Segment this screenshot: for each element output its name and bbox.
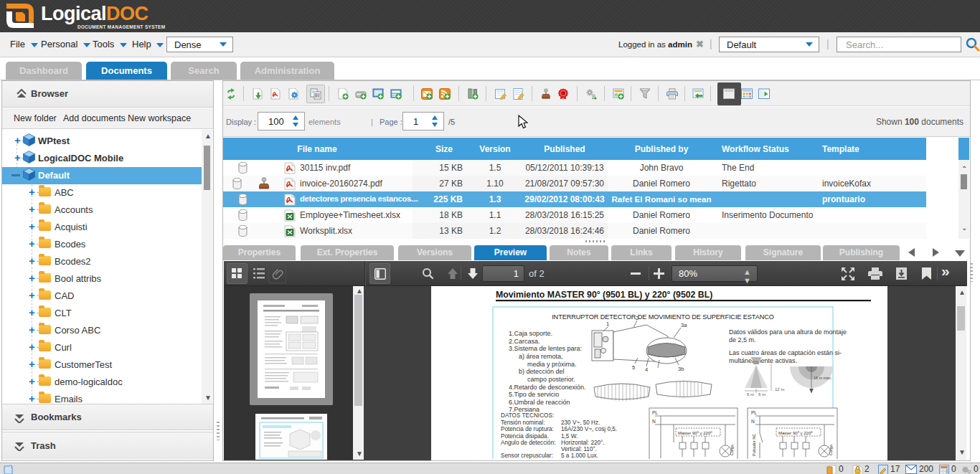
svg-text:3b: 3b: [678, 366, 684, 372]
svg-text:4.Retardo de desconexión.: 4.Retardo de desconexión.: [509, 384, 586, 391]
svg-text:Carga: Carga: [730, 444, 734, 455]
svg-text:Horizontal: 220°.: Horizontal: 220°.: [561, 440, 605, 446]
svg-text:3a: 3a: [681, 322, 687, 328]
svg-text:INTERRUPTOR DETECTOR DE MOVIMI: INTERRUPTOR DETECTOR DE MOVIMIENTO DE SU…: [552, 313, 774, 321]
svg-text:N: N: [652, 419, 656, 424]
svg-text:1: 1: [606, 321, 609, 327]
svg-text:PL: PL: [652, 410, 658, 415]
svg-text:1,5 W.: 1,5 W.: [561, 433, 578, 440]
svg-text:a) área remota,: a) área remota,: [519, 353, 563, 360]
svg-text:4: 4: [645, 366, 648, 373]
svg-text:Carga: Carga: [829, 444, 833, 455]
svg-text:DATOS TECNICOS:: DATOS TECNICOS:: [501, 412, 554, 419]
svg-text:media y próxima.: media y próxima.: [527, 361, 577, 368]
svg-text:6 m: 6 m: [747, 392, 754, 397]
svg-text:2.Carcasa.: 2.Carcasa.: [509, 338, 540, 345]
svg-text:230 V~, 50 Hz.: 230 V~, 50 Hz.: [561, 420, 600, 426]
svg-text:6 m: 6 m: [758, 392, 765, 397]
svg-text:12 m: 12 m: [775, 387, 784, 392]
svg-text:Potencia de ruptura:: Potencia de ruptura:: [501, 426, 554, 432]
svg-text:campo posterior.: campo posterior.: [527, 376, 575, 383]
svg-text:Master 90º y 220º: Master 90º y 220º: [678, 431, 712, 435]
svg-text:16A/230 V~, cosj 0,5.: 16A/230 V~, cosj 0,5.: [561, 426, 617, 432]
svg-text:3.Sistema de lentes para:: 3.Sistema de lentes para:: [509, 345, 582, 352]
svg-text:5 a 1.000 Lux.: 5 a 1.000 Lux.: [561, 452, 598, 459]
svg-text:Angulo de detección:: Angulo de detección:: [501, 440, 555, 446]
svg-text:Movimiento MASTER 90° (9501 BL: Movimiento MASTER 90° (9501 BL) y 220° (…: [496, 290, 712, 300]
svg-text:2: 2: [636, 315, 639, 321]
svg-text:Potencia disipada.: Potencia disipada.: [501, 433, 549, 440]
svg-text:N: N: [751, 419, 755, 424]
svg-text:multáneamente activas.: multáneamente activas.: [729, 357, 797, 364]
svg-text:6.Umbral de reacción: 6.Umbral de reacción: [509, 399, 570, 406]
svg-text:Master 90º y 220º: Master 90º y 220º: [778, 431, 813, 435]
svg-text:Las cuatro áreas de captación: Las cuatro áreas de captación están si-: [729, 349, 842, 356]
svg-text:5.Tipo de servicio: 5.Tipo de servicio: [509, 391, 559, 398]
svg-text:Vertical: 110°.: Vertical: 110°.: [561, 446, 597, 452]
svg-text:de 2,5 m.: de 2,5 m.: [729, 336, 756, 343]
svg-text:16 m max.: 16 m max.: [814, 376, 832, 380]
svg-text:Sensor crepuscular:: Sensor crepuscular:: [501, 452, 553, 459]
svg-text:Tensión nominal:: Tensión nominal:: [501, 420, 545, 426]
svg-text:5: 5: [632, 364, 635, 371]
svg-text:PL: PL: [751, 410, 757, 415]
svg-text:b) detección del: b) detección del: [519, 368, 565, 375]
svg-text:Pulsador NC: Pulsador NC: [752, 434, 756, 456]
svg-text:1.Caja soporte.: 1.Caja soporte.: [509, 330, 552, 337]
svg-text:Datos válidos para una altura: Datos válidos para una altura de montaje: [729, 328, 847, 336]
